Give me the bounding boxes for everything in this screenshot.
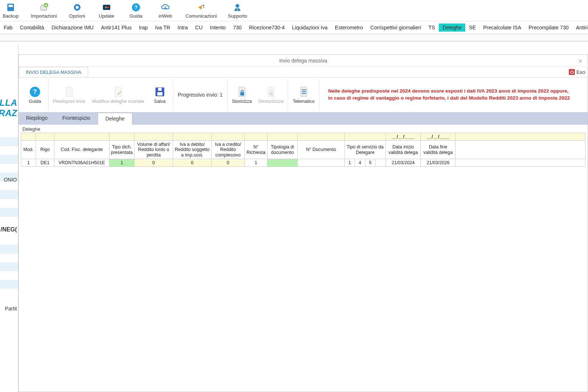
menu-intra[interactable]: Intra: [174, 24, 191, 32]
destoricizza-button[interactable]: Destoricizza: [258, 86, 283, 104]
logo-fragment-2: RAZ: [0, 108, 17, 118]
menu-730[interactable]: 730: [229, 24, 245, 32]
cell-cod-fisc[interactable]: VRDNTN36A01H501E: [54, 159, 110, 167]
document-icon: [63, 86, 75, 98]
menu-iva-tr[interactable]: Iva TR: [151, 24, 174, 32]
menu-corrispettivi[interactable]: Corrispettivi giornalieri: [367, 24, 425, 32]
guida-ribbon-button[interactable]: ? Guida: [26, 86, 44, 104]
svg-rect-1: [8, 5, 13, 7]
menu-precompilate-730[interactable]: Precompilate 730: [525, 24, 572, 32]
svg-rect-20: [302, 89, 306, 90]
supporto-button[interactable]: Supporto: [228, 2, 247, 19]
menu-intento[interactable]: Intento: [206, 24, 229, 32]
close-icon[interactable]: ×: [578, 57, 582, 65]
menu-esterometro[interactable]: Esterometro: [331, 24, 366, 32]
menu-deleghe[interactable]: Deleghe: [439, 24, 465, 32]
opzioni-button[interactable]: Opzioni: [68, 2, 86, 19]
tab-deleghe[interactable]: Deleghe: [98, 113, 132, 125]
telematico-icon: [297, 86, 310, 98]
cell-ts1[interactable]: 1: [345, 159, 355, 167]
cloud-icon: [160, 2, 171, 12]
menu-fab[interactable]: Fab: [0, 24, 16, 32]
megaphone-icon: [196, 2, 206, 12]
cell-mod[interactable]: 1: [21, 159, 36, 167]
modal-title-bar: Invio delega massiva ×: [19, 55, 588, 67]
support-icon: [232, 2, 243, 12]
svg-point-12: [236, 4, 239, 8]
modal-invio-delega: Invio delega massiva × INVIO DELEGA MASS…: [18, 54, 588, 392]
cell-tipo-dich[interactable]: 1: [110, 159, 135, 167]
predisponi-invio-button[interactable]: Predisponi invio: [53, 86, 85, 104]
ribbon: ? Guida Predisponi invio Modifica delegh…: [19, 78, 588, 112]
modal-tab-title[interactable]: INVIO DELEGA MASSIVA: [19, 67, 88, 77]
col-volume: Volume di affari/ Reddito lordo o perdit…: [135, 141, 173, 159]
group-deleghe-label: Deleghe: [19, 125, 588, 133]
cell-data-fine[interactable]: 21/03/2026: [421, 159, 456, 167]
warning-message: Nelle deleghe predisposte nel 2024 devon…: [328, 88, 570, 102]
inner-tabs: Riepilogo Frontespizio Deleghe: [19, 112, 588, 125]
help-icon: ?: [131, 2, 141, 12]
cell-ts4[interactable]: [376, 159, 386, 167]
menu-precalcolate-isa[interactable]: Precalcolate ISA: [480, 24, 525, 32]
modal-title: Invio delega massiva: [279, 58, 327, 64]
guida-button[interactable]: ? Guida: [127, 2, 145, 19]
menu-cu[interactable]: CU: [191, 24, 206, 32]
cell-iva-debito[interactable]: 0: [173, 159, 212, 167]
svg-rect-22: [302, 93, 306, 94]
svg-point-11: [204, 7, 205, 8]
col-tipologia: Tipologia di documento: [268, 141, 298, 159]
date-placeholder-1: __/__/____: [386, 133, 421, 141]
spacer: [0, 34, 588, 42]
cell-volume[interactable]: 0: [135, 159, 173, 167]
menu-liquidazioni-iva[interactable]: Liquidazioni Iva: [288, 24, 331, 32]
menu-se[interactable]: SE: [465, 24, 480, 32]
svg-point-10: [202, 5, 204, 6]
tab-riepilogo[interactable]: Riepilogo: [19, 112, 55, 124]
cell-n-documento[interactable]: [298, 159, 345, 167]
cell-ts3[interactable]: 5: [365, 159, 376, 167]
inweb-button[interactable]: inWeb: [156, 2, 175, 19]
col-data-fine: Data fine validità delega: [421, 141, 456, 159]
menu-irap[interactable]: Irap: [135, 24, 151, 32]
comunicazioni-button[interactable]: Comunicazioni: [186, 2, 217, 19]
menu-dichiarazione-imu[interactable]: Dichiarazione IMU: [48, 24, 97, 32]
cell-rigo[interactable]: DE1: [36, 159, 54, 167]
menu-contabilita[interactable]: Contabilità: [16, 24, 48, 32]
menu-antir141[interactable]: Antir141 Plus: [97, 24, 135, 32]
telematico-button[interactable]: Telematico: [293, 86, 315, 104]
cell-n-richiesta[interactable]: 1: [245, 159, 268, 167]
col-tipo-servizio: Tipo di servizio da Delegare: [345, 141, 386, 159]
salva-button[interactable]: Salva: [151, 86, 169, 104]
col-n-richiesta: N° Richiesta: [245, 141, 268, 159]
cell-iva-credito[interactable]: 0: [212, 159, 245, 167]
help-icon: ?: [29, 86, 41, 98]
table-row[interactable]: 1 DE1 VRDNTN36A01H501E 1 0 0 0 1 1 4 5 2…: [21, 159, 585, 167]
modifica-deleghe-button[interactable]: Modifica deleghe scartate: [92, 86, 144, 104]
left-row-neg: /NEG(: [1, 226, 17, 233]
col-iva-credito: Iva a credito/ Reddito complessivo: [212, 141, 245, 159]
lock-document-icon: [236, 86, 248, 98]
svg-text:?: ?: [33, 88, 37, 96]
backup-icon: [6, 2, 16, 12]
backup-button[interactable]: Backup: [1, 2, 20, 19]
cell-data-inizio[interactable]: 21/03/2024: [386, 159, 421, 167]
svg-rect-7: [106, 7, 109, 8]
menu-ts[interactable]: TS: [425, 24, 439, 32]
importazioni-button[interactable]: Importazioni: [31, 2, 57, 19]
gear-icon: [72, 2, 82, 12]
cell-tipologia[interactable]: [268, 159, 298, 167]
menu-antiriciclag[interactable]: Antiriciclag: [572, 24, 588, 32]
left-panel-cutoff: ELLA RAZ ONIO /NEG( Partit: [0, 44, 18, 392]
storicizza-button[interactable]: Storicizza: [232, 86, 252, 104]
progressivo-label: Progressivo invio: 1: [178, 92, 223, 98]
svg-rect-18: [240, 92, 244, 96]
svg-text:?: ?: [134, 4, 137, 10]
import-icon: [39, 2, 49, 12]
menu-ricezione730[interactable]: Ricezione730-4: [245, 24, 288, 32]
cell-ts2[interactable]: 4: [355, 159, 365, 167]
deleghe-grid[interactable]: __/__/____ __/__/____ Mod. Rigo Cod. Fis…: [21, 133, 585, 167]
update-button[interactable]: Update: [97, 2, 116, 19]
esci-button[interactable]: ⏻ Esci: [569, 69, 585, 75]
tab-frontespizio[interactable]: Frontespizio: [55, 112, 97, 124]
modal-tab-row: INVIO DELEGA MASSIVA ⏻ Esci: [19, 67, 588, 78]
